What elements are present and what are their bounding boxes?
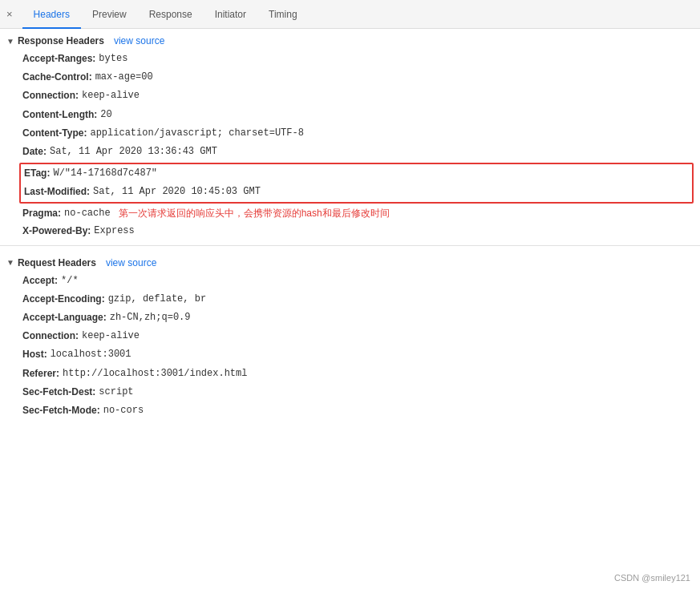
- table-row: Content-Length: 20: [0, 106, 700, 124]
- header-value: gzip, deflate, br: [108, 292, 206, 307]
- header-name: X-Powered-By:: [22, 224, 91, 239]
- header-value: no-cors: [103, 403, 144, 418]
- response-headers-normal-rows: Accept-Ranges: bytes Cache-Control: max-…: [0, 50, 700, 161]
- header-name: Connection:: [22, 329, 79, 344]
- header-name: Content-Length:: [22, 107, 97, 123]
- tab-response[interactable]: Response: [138, 0, 204, 29]
- response-headers-title: Response Headers: [18, 35, 104, 46]
- header-name: Accept:: [22, 273, 58, 288]
- header-value: W/"14-17168d7c487": [53, 166, 157, 181]
- tab-bar: × Headers Preview Response Initiator Tim…: [0, 0, 700, 29]
- tab-timing[interactable]: Timing: [257, 0, 309, 29]
- header-name: Date:: [22, 144, 47, 159]
- header-name: Content-Type:: [22, 126, 87, 141]
- pragma-annotation-row: Pragma: no-cache 第一次请求返回的响应头中，会携带资源的hash…: [0, 205, 700, 222]
- header-value: Express: [94, 224, 134, 239]
- footer-text: CSDN @smiley121: [614, 573, 690, 583]
- header-value: localhost:3001: [51, 347, 132, 362]
- header-name: ETag:: [24, 166, 50, 181]
- table-row: Referer: http://localhost:3001/index.htm…: [0, 365, 700, 383]
- response-headers-view-source[interactable]: view source: [114, 35, 164, 46]
- header-value: http://localhost:3001/index.html: [63, 366, 247, 381]
- table-row: Date: Sat, 11 Apr 2020 13:36:43 GMT: [0, 143, 700, 161]
- header-value: */*: [61, 273, 79, 288]
- header-value: keep-alive: [82, 88, 140, 103]
- header-name: Accept-Encoding:: [22, 292, 105, 307]
- header-value: application/javascript; charset=UTF-8: [90, 126, 303, 141]
- request-headers-toggle[interactable]: ▼: [6, 258, 14, 267]
- response-headers-toggle[interactable]: ▼: [6, 37, 14, 46]
- table-row: Content-Type: application/javascript; ch…: [0, 124, 700, 143]
- header-name: Sec-Fetch-Mode:: [22, 403, 100, 418]
- header-name: Accept-Ranges:: [22, 51, 95, 67]
- tab-headers[interactable]: Headers: [22, 0, 81, 29]
- request-headers-section-header: ▼ Request Headers view source: [0, 251, 700, 272]
- table-row: Connection: keep-alive: [0, 327, 700, 345]
- request-headers-view-source[interactable]: view source: [106, 257, 156, 268]
- header-name: Host:: [22, 347, 47, 362]
- tab-preview[interactable]: Preview: [81, 0, 138, 29]
- header-name: Accept-Language:: [22, 310, 107, 325]
- section-divider: [0, 245, 700, 246]
- header-value: Sat, 11 Apr 2020 13:36:43 GMT: [50, 144, 217, 159]
- table-row: Accept-Language: zh-CN,zh;q=0.9: [0, 309, 700, 327]
- request-headers-rows: Accept: */* Accept-Encoding: gzip, defla…: [0, 272, 700, 421]
- header-value: Sat, 11 Apr 2020 10:45:03 GMT: [93, 184, 261, 200]
- table-row: Host: localhost:3001: [0, 345, 700, 364]
- header-name: Pragma:: [22, 208, 61, 219]
- header-value: 20: [100, 107, 111, 123]
- header-value: keep-alive: [82, 329, 140, 344]
- header-name: Cache-Control:: [22, 70, 92, 85]
- header-value: zh-CN,zh;q=0.9: [110, 310, 191, 325]
- annotation-text: 第一次请求返回的响应头中，会携带资源的hash和最后修改时间: [119, 207, 390, 220]
- header-name: Referer:: [22, 366, 59, 381]
- main-content: ▼ Response Headers view source Accept-Ra…: [0, 29, 700, 420]
- table-row: Connection: keep-alive: [0, 87, 700, 105]
- response-headers-section-header: ▼ Response Headers view source: [0, 29, 700, 50]
- highlighted-headers-group: ETag: W/"14-17168d7c487" Last-Modified: …: [19, 163, 694, 203]
- table-row: X-Powered-By: Express: [0, 222, 700, 240]
- header-value: script: [99, 385, 133, 400]
- tab-initiator[interactable]: Initiator: [204, 0, 257, 29]
- table-row: Sec-Fetch-Dest: script: [0, 383, 700, 401]
- table-row: Sec-Fetch-Mode: no-cors: [0, 401, 700, 420]
- table-row: Accept-Encoding: gzip, deflate, br: [0, 290, 700, 309]
- table-row: Accept-Ranges: bytes: [0, 50, 700, 68]
- tab-close-button[interactable]: ×: [6, 8, 13, 20]
- header-value: max-age=00: [95, 70, 153, 85]
- table-row: Last-Modified: Sat, 11 Apr 2020 10:45:03…: [21, 183, 692, 201]
- request-headers-title: Request Headers: [18, 257, 96, 268]
- table-row: Cache-Control: max-age=00: [0, 68, 700, 87]
- header-name: Connection:: [22, 88, 79, 103]
- header-value: no-cache: [64, 208, 111, 219]
- header-name: Last-Modified:: [24, 184, 90, 200]
- table-row: Accept: */*: [0, 272, 700, 290]
- header-value: bytes: [99, 51, 127, 67]
- header-name: Sec-Fetch-Dest:: [22, 385, 95, 400]
- table-row: ETag: W/"14-17168d7c487": [21, 164, 692, 183]
